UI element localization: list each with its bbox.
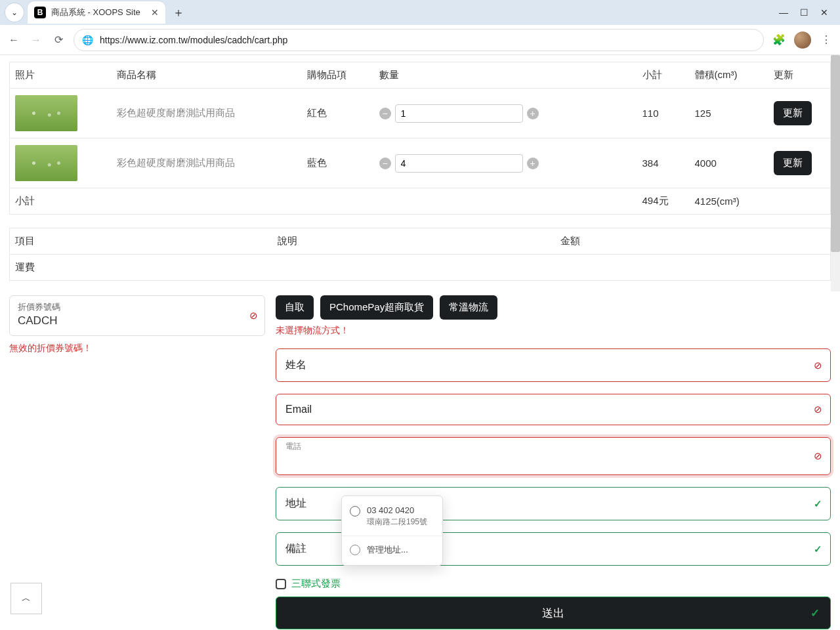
cart-header-row: 照片 商品名稱 購物品項 數量 小計 體積(cm³) 更新 xyxy=(10,62,831,89)
qty-plus-button[interactable]: + xyxy=(527,108,539,119)
fee-table: 項目 說明 金額 運費 xyxy=(9,228,831,281)
cart-table: 照片 商品名稱 購物品項 數量 小計 體積(cm³) 更新 彩色超硬度耐磨測試用… xyxy=(9,62,831,215)
email-field[interactable]: Email ⊘ xyxy=(276,394,831,425)
tab-search-button[interactable]: ⌄ xyxy=(5,3,24,22)
name-field[interactable]: 姓名 ⊘ xyxy=(276,348,831,382)
fee-col-desc: 說明 xyxy=(272,228,555,255)
scroll-to-top-button[interactable]: ︿ xyxy=(10,583,42,614)
qty-minus-button[interactable]: − xyxy=(379,108,391,119)
close-window-icon[interactable]: ✕ xyxy=(820,7,828,18)
cart-row: 彩色超硬度耐磨測試用商品 藍色 − + 384 4000 更新 xyxy=(10,138,831,188)
profile-avatar[interactable] xyxy=(794,32,811,49)
phone-label: 電話 xyxy=(285,441,301,452)
shipping-options: 自取 PChomePay超商取貨 常溫物流 xyxy=(276,295,831,320)
row-volume: 125 xyxy=(690,89,768,138)
col-photo: 照片 xyxy=(10,62,112,89)
submit-label: 送出 xyxy=(542,606,564,621)
invoice-checkbox-row[interactable]: 三聯式發票 xyxy=(276,578,831,590)
col-name: 商品名稱 xyxy=(112,62,302,89)
product-thumb xyxy=(15,95,77,131)
fee-col-item: 項目 xyxy=(10,228,272,255)
close-tab-icon[interactable]: ✕ xyxy=(151,7,159,18)
autofill-address-sub: 環南路二段195號 xyxy=(367,516,427,528)
check-icon: ✓ xyxy=(810,606,820,620)
check-icon: ✓ xyxy=(814,498,822,510)
address-bar[interactable]: 🌐 https://www.iz.com.tw/modules/cadch/ca… xyxy=(74,29,764,51)
fee-row-shipping: 運費 xyxy=(10,255,831,281)
url-text: https://www.iz.com.tw/modules/cadch/cart… xyxy=(100,35,287,45)
qty-plus-button[interactable]: + xyxy=(527,158,539,169)
shipping-option-normal[interactable]: 常溫物流 xyxy=(440,295,497,320)
error-icon: ⊘ xyxy=(249,310,258,322)
toolbar: ← → ⟳ 🌐 https://www.iz.com.tw/modules/ca… xyxy=(0,25,840,55)
browser-chrome: ⌄ B 商品系統 - XOOPS Site ✕ ＋ — ☐ ✕ ← → ⟳ 🌐 … xyxy=(0,0,840,55)
product-thumb xyxy=(15,145,77,181)
coupon-error: 無效的折價券號碼！ xyxy=(9,343,265,354)
qty-minus-button[interactable]: − xyxy=(379,158,391,169)
product-name: 彩色超硬度耐磨測試用商品 xyxy=(112,138,302,188)
row-subtotal: 110 xyxy=(637,89,690,138)
kebab-menu-icon[interactable]: ⋮ xyxy=(819,33,833,47)
col-variant: 購物品項 xyxy=(302,62,374,89)
submit-button[interactable]: 送出 ✓ xyxy=(276,597,831,629)
shipping-option-pickup[interactable]: 自取 xyxy=(276,295,314,320)
coupon-value: CADCH xyxy=(18,314,257,327)
col-qty: 數量 xyxy=(374,62,637,89)
coupon-label: 折價券號碼 xyxy=(18,301,257,313)
globe-icon: 🌐 xyxy=(82,35,93,45)
autofill-manage-label: 管理地址... xyxy=(367,544,408,556)
tab-bar: ⌄ B 商品系統 - XOOPS Site ✕ ＋ — ☐ ✕ xyxy=(0,0,840,25)
reload-button[interactable]: ⟳ xyxy=(51,33,66,47)
error-icon: ⊘ xyxy=(814,450,822,462)
update-row-button[interactable]: 更新 xyxy=(774,101,812,125)
minimize-icon[interactable]: — xyxy=(779,7,788,18)
autofill-suggestion[interactable]: 03 402 0420 環南路二段195號 xyxy=(342,500,442,533)
footer-subtotal: 494元 xyxy=(637,188,690,215)
back-button[interactable]: ← xyxy=(7,33,21,47)
extensions-icon[interactable]: 🧩 xyxy=(772,33,786,47)
name-label: 姓名 xyxy=(285,358,306,372)
autofill-phone: 03 402 0420 xyxy=(367,505,427,515)
col-subtotal: 小計 xyxy=(637,62,690,89)
autofill-manage[interactable]: 管理地址... xyxy=(342,539,442,561)
tab-title: 商品系統 - XOOPS Site xyxy=(51,7,146,18)
cart-row: 彩色超硬度耐磨測試用商品 紅色 − + 110 125 更新 xyxy=(10,89,831,138)
email-label: Email xyxy=(285,404,312,415)
cart-footer-row: 小計 494元 4125(cm³) xyxy=(10,188,831,215)
error-icon: ⊘ xyxy=(814,404,822,415)
page-content: 照片 商品名稱 購物品項 數量 小計 體積(cm³) 更新 彩色超硬度耐磨測試用… xyxy=(0,55,840,630)
error-icon: ⊘ xyxy=(814,360,822,371)
shipping-warning: 未選擇物流方式！ xyxy=(276,325,831,337)
window-controls: — ☐ ✕ xyxy=(779,7,835,18)
col-update: 更新 xyxy=(768,62,831,89)
autofill-popup: 03 402 0420 環南路二段195號 管理地址... xyxy=(341,495,443,566)
coupon-field[interactable]: 折價券號碼 CADCH ⊘ xyxy=(9,295,265,336)
address-label: 地址 xyxy=(285,497,306,511)
location-icon xyxy=(350,506,360,516)
row-subtotal: 384 xyxy=(637,138,690,188)
browser-tab[interactable]: B 商品系統 - XOOPS Site ✕ xyxy=(28,1,165,24)
chrome-icon xyxy=(350,545,360,555)
product-name: 彩色超硬度耐磨測試用商品 xyxy=(112,89,302,138)
note-label: 備註 xyxy=(285,542,306,556)
row-volume: 4000 xyxy=(690,138,768,188)
footer-volume: 4125(cm³) xyxy=(690,188,768,215)
qty-input[interactable] xyxy=(395,104,523,123)
product-variant: 藍色 xyxy=(302,138,374,188)
qty-input[interactable] xyxy=(395,154,523,173)
favicon-icon: B xyxy=(34,7,46,18)
product-variant: 紅色 xyxy=(302,89,374,138)
forward-button[interactable]: → xyxy=(29,33,43,47)
phone-field[interactable]: 電話 ⊘ xyxy=(276,437,831,475)
maximize-icon[interactable]: ☐ xyxy=(800,7,808,18)
fee-col-amount: 金額 xyxy=(555,228,831,255)
footer-label: 小計 xyxy=(10,188,637,215)
update-row-button[interactable]: 更新 xyxy=(774,151,812,175)
new-tab-button[interactable]: ＋ xyxy=(169,3,188,22)
col-volume: 體積(cm³) xyxy=(690,62,768,89)
checkbox-icon[interactable] xyxy=(276,579,286,589)
check-icon: ✓ xyxy=(814,543,822,555)
invoice-label: 三聯式發票 xyxy=(291,578,341,590)
shipping-option-pchomepay[interactable]: PChomePay超商取貨 xyxy=(320,295,433,320)
